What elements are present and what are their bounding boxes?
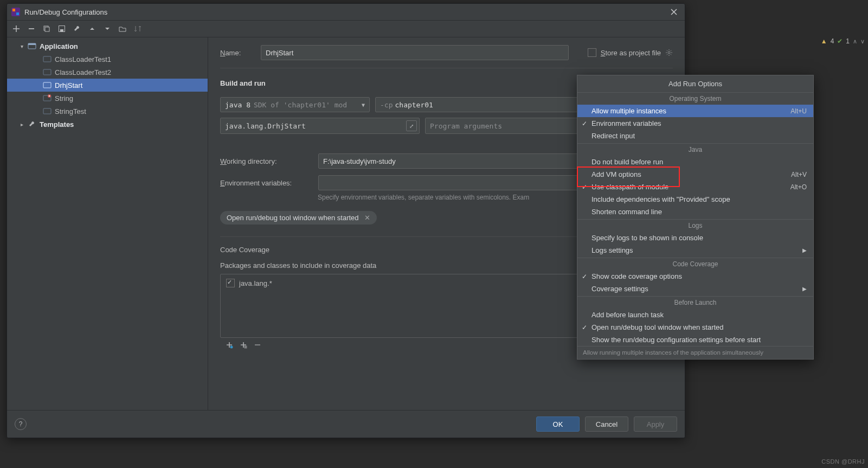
svg-rect-4 bbox=[45, 27, 49, 31]
menu-item-shortcut: Alt+U bbox=[790, 107, 807, 115]
copy-icon[interactable] bbox=[43, 25, 50, 33]
tree-item-string[interactable]: String bbox=[7, 92, 208, 105]
close-icon[interactable] bbox=[667, 7, 680, 17]
check-icon: ✔ bbox=[837, 37, 843, 45]
menu-section-header: Logs bbox=[577, 219, 813, 232]
menu-item-label: Specify logs to be shown in console bbox=[591, 234, 703, 242]
chevron-up-icon[interactable]: ∧ bbox=[853, 38, 857, 45]
main-class-field[interactable]: java.lang.DrhjStart ⤢ bbox=[220, 118, 420, 134]
menu-item[interactable]: Show the run/debug configuration setting… bbox=[577, 334, 813, 346]
svg-rect-9 bbox=[43, 56, 51, 62]
menu-item-label: Show the run/debug configuration setting… bbox=[591, 336, 761, 344]
menu-item[interactable]: Redirect input bbox=[577, 130, 813, 142]
remove-coverage-icon[interactable] bbox=[254, 341, 261, 349]
arrow-down-icon: ▾ bbox=[19, 43, 24, 49]
menu-item-label: Shorten command line bbox=[591, 208, 662, 216]
move-up-icon[interactable] bbox=[88, 25, 96, 33]
menu-section-header: Operating System bbox=[577, 92, 813, 105]
sort-icon[interactable] bbox=[134, 25, 142, 33]
apply-button[interactable]: Apply bbox=[634, 416, 677, 432]
menu-item[interactable]: Coverage settings▶ bbox=[577, 283, 813, 295]
submenu-arrow-icon: ▶ bbox=[802, 286, 807, 292]
menu-item[interactable]: ✓Use classpath of moduleAlt+O bbox=[577, 181, 813, 193]
wrench-icon[interactable] bbox=[73, 25, 81, 33]
menu-title: Add Run Options bbox=[577, 78, 813, 91]
menu-item[interactable]: Include dependencies with "Provided" sco… bbox=[577, 193, 813, 206]
menu-item[interactable]: ✓Environment variables bbox=[577, 117, 813, 130]
tree-node-templates[interactable]: ▸ Templates bbox=[7, 118, 208, 131]
menu-section-header: Java bbox=[577, 143, 813, 156]
chevron-down-icon[interactable]: ∨ bbox=[860, 38, 865, 45]
config-tree[interactable]: ▾ Application ClassLoaderTest1 ClassLoad… bbox=[7, 37, 208, 410]
open-tool-window-chip[interactable]: Open run/debug tool window when started … bbox=[220, 211, 377, 225]
dialog-title: Run/Debug Configurations bbox=[24, 8, 667, 16]
tree-item-label: DrhjStart bbox=[55, 81, 82, 89]
svg-rect-17 bbox=[245, 346, 247, 349]
tree-item-label: StringTest bbox=[55, 107, 86, 116]
name-label: Name: bbox=[220, 49, 255, 57]
watermark: CSDN @DRHJ bbox=[821, 458, 865, 465]
menu-item[interactable]: Shorten command line bbox=[577, 206, 813, 218]
run-config-icon bbox=[43, 55, 52, 63]
ok-button[interactable]: OK bbox=[536, 416, 580, 432]
menu-item-label: Allow multiple instances bbox=[591, 107, 666, 115]
wrench-small-icon bbox=[28, 120, 36, 129]
tree-item-stringtest[interactable]: StringTest bbox=[7, 105, 208, 118]
folder-icon[interactable] bbox=[119, 25, 126, 33]
gear-icon[interactable] bbox=[665, 49, 673, 56]
store-as-project-file-checkbox[interactable] bbox=[588, 48, 596, 57]
menu-item[interactable]: Allow multiple instancesAlt+U bbox=[577, 105, 813, 117]
menu-item-label: Show code coverage options bbox=[591, 272, 682, 280]
menu-item-label: Include dependencies with "Provided" sco… bbox=[591, 195, 730, 203]
menu-item[interactable]: ✓Show code coverage options bbox=[577, 270, 813, 283]
menu-section-header: Code Coverage bbox=[577, 258, 813, 270]
tree-node-label: Templates bbox=[40, 120, 74, 129]
tree-node-application[interactable]: ▾ Application bbox=[7, 40, 208, 53]
tree-item-classloadertest2[interactable]: ClassLoaderTest2 bbox=[7, 66, 208, 79]
inspection-status: ▲ 4 ✔ 1 ∧ ∨ bbox=[821, 37, 865, 45]
menu-item[interactable]: Do not build before run bbox=[577, 156, 813, 168]
run-config-icon bbox=[43, 68, 52, 76]
help-icon[interactable]: ? bbox=[15, 418, 27, 430]
menu-item[interactable]: Add VM optionsAlt+V bbox=[577, 168, 813, 181]
tree-item-classloadertest1[interactable]: ClassLoaderTest1 bbox=[7, 53, 208, 66]
save-icon[interactable] bbox=[58, 25, 66, 33]
menu-item-label: Logs settings bbox=[591, 246, 633, 254]
move-down-icon[interactable] bbox=[104, 25, 111, 33]
application-icon bbox=[28, 42, 36, 50]
jre-selector[interactable]: java 8 SDK of 'chapter01' mod ▼ bbox=[220, 97, 370, 112]
svg-rect-8 bbox=[28, 43, 36, 45]
tree-item-drhjstart[interactable]: DrhjStart bbox=[7, 79, 208, 92]
coverage-item-label: java.lang.* bbox=[239, 279, 272, 287]
cancel-button[interactable]: Cancel bbox=[585, 416, 628, 432]
add-package-icon[interactable] bbox=[240, 341, 247, 349]
svg-point-16 bbox=[230, 346, 233, 349]
name-field[interactable] bbox=[261, 45, 569, 60]
svg-point-15 bbox=[668, 52, 670, 54]
run-config-error-icon bbox=[43, 94, 52, 102]
tree-item-label: ClassLoaderTest1 bbox=[55, 55, 111, 63]
arrow-right-icon: ▸ bbox=[19, 121, 24, 127]
remove-icon[interactable] bbox=[28, 25, 35, 33]
classpath-display[interactable]: -cp chapter01 bbox=[375, 97, 580, 112]
check-icon: ✓ bbox=[582, 273, 587, 280]
titlebar: Run/Debug Configurations bbox=[7, 4, 685, 21]
run-config-icon bbox=[43, 107, 52, 116]
menu-item[interactable]: Add before launch task bbox=[577, 309, 813, 321]
svg-rect-6 bbox=[60, 29, 63, 31]
svg-rect-1 bbox=[12, 9, 15, 11]
close-icon[interactable]: ✕ bbox=[364, 214, 370, 222]
expand-icon[interactable]: ⤢ bbox=[406, 120, 417, 131]
coverage-item-checkbox[interactable] bbox=[226, 279, 235, 287]
menu-item-label: Do not build before run bbox=[591, 158, 663, 166]
config-toolbar bbox=[7, 21, 685, 37]
menu-item[interactable]: ✓Open run/debug tool window when started bbox=[577, 321, 813, 334]
menu-item[interactable]: Specify logs to be shown in console bbox=[577, 232, 813, 244]
menu-item[interactable]: Logs settings▶ bbox=[577, 244, 813, 257]
svg-rect-14 bbox=[43, 108, 51, 114]
check-icon: ✓ bbox=[582, 324, 587, 331]
modify-options-menu[interactable]: Add Run Options Operating SystemAllow mu… bbox=[577, 75, 814, 360]
menu-item-shortcut: Alt+O bbox=[790, 183, 807, 191]
add-icon[interactable] bbox=[12, 25, 20, 33]
add-class-icon[interactable] bbox=[226, 341, 233, 349]
